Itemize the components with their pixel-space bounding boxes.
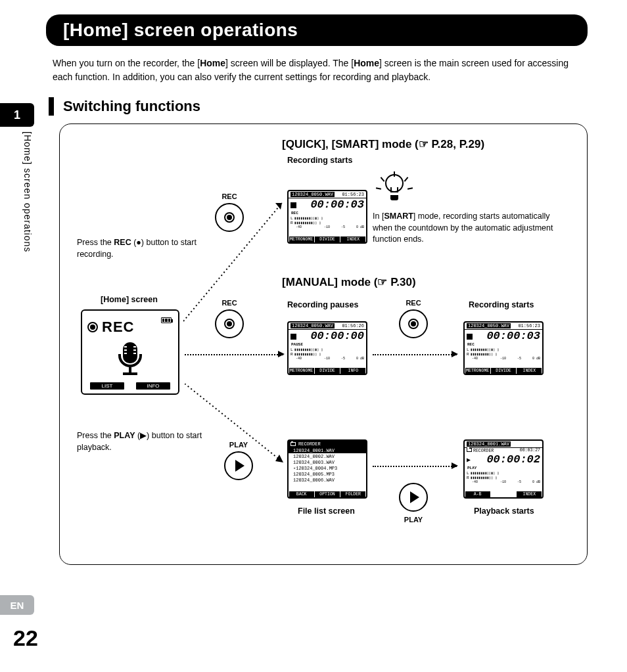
- microphone-icon: [115, 342, 145, 375]
- language-badge: EN: [0, 595, 34, 615]
- lcd-file-list: RECORDER 120324_0001.WAV 120324_0002.WAV…: [287, 439, 367, 499]
- lcd-recording-manual: 120324_0050.WAV01:56:23 00:00:03 REC L▮▮…: [463, 321, 544, 375]
- section-title: Switching functions: [63, 98, 200, 115]
- label-playback-starts: Playback starts: [474, 506, 534, 516]
- arrow-home-to-pause: [185, 354, 283, 355]
- list-item: 120324_0005.MP3: [289, 471, 366, 477]
- label-recording-pauses: Recording pauses: [287, 300, 358, 309]
- play-button-right: PLAY: [399, 483, 428, 512]
- label-recording-starts-top: Recording starts: [287, 156, 352, 165]
- smart-mode-note: In [SMART] mode, recording starts automa…: [373, 211, 561, 246]
- folder-icon: [290, 442, 296, 446]
- section-heading-row: Switching functions: [49, 97, 588, 116]
- section-marker-icon: [49, 97, 54, 116]
- list-item: 120324_0006.WAV: [289, 477, 366, 483]
- lcd-home-screen: REC LISTINFO: [81, 309, 179, 395]
- play-button-label: PLAY: [229, 441, 248, 449]
- battery-icon: [161, 317, 172, 323]
- lcd-playback: 120324_0001.WAV RECORDER00:03:27 ▶00:00:…: [463, 439, 544, 499]
- play-button-label: PLAY: [404, 516, 423, 524]
- list-item: 120324_0002.WAV: [289, 453, 366, 459]
- rec-button-label: REC: [406, 299, 421, 307]
- arrow-filelist-to-play: [373, 466, 457, 467]
- folder-icon: [467, 448, 472, 452]
- page-title-bar: [Home] screen operations: [46, 14, 588, 46]
- rec-button-mid: REC: [215, 309, 244, 338]
- play-button-icon: [399, 483, 428, 512]
- flow-diagram: [QUICK], [SMART] mode (☞ P.28, P.29) Rec…: [59, 123, 588, 565]
- arrow-pause-to-rec: [373, 354, 457, 355]
- chapter-tab: 1: [0, 103, 34, 127]
- play-button-icon: [224, 451, 253, 480]
- rec-button-label: REC: [221, 299, 237, 307]
- mode-heading-manual: [MANUAL] mode (☞ P.30): [282, 275, 416, 289]
- lightbulb-icon: [379, 170, 409, 207]
- press-rec-note: Press the REC (●) button to start record…: [77, 237, 208, 260]
- play-button-left: PLAY: [224, 451, 253, 480]
- svg-marker-1: [275, 203, 282, 210]
- rec-button-right: REC: [399, 309, 428, 338]
- label-recording-starts-right: Recording starts: [469, 300, 534, 309]
- lcd-recording-pause: 120324_0050.WAV01:56:26 00:00:00 PAUSE L…: [287, 321, 367, 375]
- list-item: 120324_0003.WAV: [289, 459, 366, 465]
- list-item: ∘120324_0004.MP3: [289, 465, 366, 471]
- rec-text: REC: [102, 319, 134, 336]
- lcd-recording-quick: 120324_0050.WAV01:56:23 00:00:03 REC L▮▮…: [287, 190, 367, 244]
- rec-indicator-icon: [87, 322, 98, 332]
- label-file-list: File list screen: [298, 506, 355, 516]
- rec-button-icon: [399, 309, 428, 338]
- mode-heading-quick-smart: [QUICK], [SMART] mode (☞ P.28, P.29): [282, 137, 484, 151]
- rec-button-label: REC: [221, 192, 237, 200]
- intro-paragraph: When you turn on the recorder, the [Home…: [53, 56, 581, 84]
- page-number: 22: [13, 625, 38, 651]
- svg-marker-3: [275, 455, 283, 462]
- page-title: [Home] screen operations: [63, 20, 298, 40]
- vertical-section-label: [Home] screen operations: [22, 131, 33, 252]
- label-home-screen: [Home] screen: [101, 295, 158, 304]
- rec-button-icon: [215, 203, 244, 232]
- rec-button-icon: [215, 309, 244, 338]
- list-item: 120324_0001.WAV: [289, 447, 366, 453]
- rec-button-top: REC: [215, 203, 244, 232]
- press-play-note: Press the PLAY (▶) button to start playb…: [77, 430, 216, 453]
